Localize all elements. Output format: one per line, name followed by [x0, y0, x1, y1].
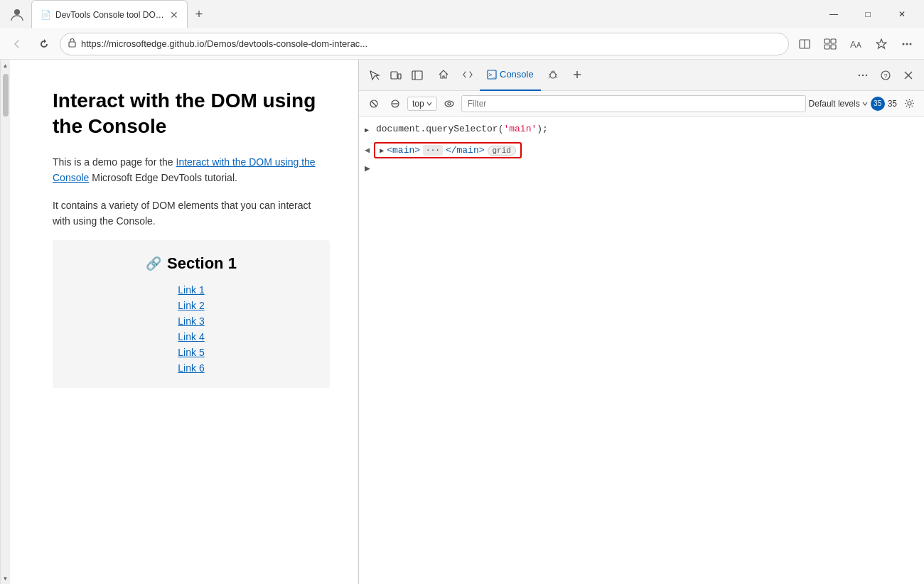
default-levels-label: Default levels	[809, 99, 860, 109]
svg-line-23	[556, 77, 557, 77]
sidebar-toggle-button[interactable]	[407, 65, 427, 85]
devtools-more-button[interactable]	[853, 65, 873, 85]
svg-text:?: ?	[884, 72, 888, 80]
svg-point-37	[445, 101, 453, 107]
dom-expand-triangle[interactable]: ▶	[380, 146, 384, 155]
dom-ellipsis-button[interactable]: ···	[423, 145, 443, 156]
reload-button[interactable]	[33, 33, 55, 55]
section-link-2[interactable]: Link 2	[74, 300, 308, 311]
url-text: https://microsoftedge.github.io/Demos/de…	[81, 38, 781, 49]
log-levels-button[interactable]: Default levels	[809, 99, 868, 109]
svg-line-34	[372, 102, 376, 106]
devtools-close-button[interactable]	[898, 65, 918, 85]
devtools-tab-home[interactable]	[431, 60, 456, 91]
scroll-down-arrow[interactable]: ▼	[1, 573, 11, 584]
console-input-line[interactable]: ▶	[359, 161, 924, 175]
svg-text:>_: >_	[489, 72, 496, 78]
devtools-tab-bug[interactable]	[541, 60, 565, 91]
devtools-tab-console[interactable]: >_ Console	[480, 60, 541, 91]
back-button[interactable]	[6, 33, 28, 55]
lock-icon	[68, 38, 77, 50]
grid-badge: grid	[488, 146, 516, 156]
read-aloud-button[interactable]: AA	[844, 33, 867, 55]
svg-point-12	[910, 43, 912, 45]
section-link-6[interactable]: Link 6	[74, 362, 308, 374]
svg-text:A: A	[850, 39, 856, 50]
svg-rect-15	[412, 71, 422, 80]
svg-text:A: A	[856, 41, 861, 49]
main-area: ▲ ▼ Interact with the DOM using the Cons…	[0, 60, 924, 584]
section-title: 🔗 Section 1	[74, 254, 308, 273]
svg-point-28	[866, 74, 867, 75]
address-bar[interactable]: https://microsoftedge.github.io/Demos/de…	[60, 33, 789, 55]
device-emulation-button[interactable]	[386, 65, 406, 85]
section-link-4[interactable]: Link 4	[74, 331, 308, 342]
svg-point-27	[862, 74, 864, 75]
query-code: document.querySelector('main');	[376, 124, 548, 134]
svg-rect-14	[398, 74, 401, 79]
svg-point-39	[908, 102, 911, 105]
eye-button[interactable]	[440, 94, 458, 113]
section-links: Link 1 Link 2 Link 3 Link 4 Link 5 Link …	[74, 284, 308, 374]
page-heading: Interact with the DOM using the Console	[53, 88, 330, 140]
close-button[interactable]: ✕	[886, 3, 918, 26]
browser-tab[interactable]: 📄 DevTools Console tool DOM inte ✕	[31, 0, 188, 28]
tab-bar: 📄 DevTools Console tool DOM inte ✕ +	[31, 0, 815, 28]
section-link-5[interactable]: Link 5	[74, 347, 308, 358]
scroll-thumb[interactable]	[3, 74, 9, 117]
scroll-up-arrow[interactable]: ▲	[1, 60, 11, 71]
section-link-3[interactable]: Link 3	[74, 315, 308, 327]
svg-line-22	[549, 77, 550, 77]
new-tab-button[interactable]: +	[188, 3, 210, 26]
devtools-tab-add[interactable]	[565, 60, 589, 91]
collections-button[interactable]	[819, 33, 842, 55]
svg-rect-5	[831, 39, 836, 43]
section-title-text: Section 1	[167, 254, 237, 273]
para1-suffix: Microsoft Edge DevTools tutorial.	[89, 172, 237, 183]
message-count: 35 35	[871, 97, 897, 111]
window-controls: — □ ✕	[817, 3, 918, 26]
console-filter-input[interactable]	[461, 95, 806, 112]
inspect-element-button[interactable]	[365, 65, 385, 85]
dom-tag-close: </main>	[446, 145, 485, 156]
svg-rect-7	[831, 45, 836, 49]
expand-chevron[interactable]: ▶	[365, 126, 372, 134]
devtools-right-controls: ?	[853, 65, 918, 85]
section-link-1[interactable]: Link 1	[74, 284, 308, 296]
console-output: ▶ document.querySelector('main'); ◀ ▶ <m…	[359, 117, 924, 584]
tab-favicon: 📄	[41, 10, 51, 20]
split-screen-button[interactable]	[793, 33, 816, 55]
nav-bar: https://microsoftedge.github.io/Demos/de…	[0, 28, 924, 60]
tab-title: DevTools Console tool DOM inte	[55, 10, 166, 20]
console-query-line: ▶ document.querySelector('main');	[359, 122, 924, 139]
favorites-button[interactable]	[870, 33, 893, 55]
clear-console-button[interactable]	[365, 94, 383, 113]
tab-close-button[interactable]: ✕	[170, 9, 178, 21]
no-entry-button[interactable]	[386, 94, 404, 113]
devtools-help-button[interactable]: ?	[876, 65, 896, 85]
caret-symbol: ▶	[365, 163, 370, 174]
top-label: top	[412, 99, 424, 109]
minimize-button[interactable]: —	[817, 3, 850, 26]
svg-rect-1	[69, 42, 75, 47]
devtools-toolbar: >_ Console ?	[359, 60, 924, 91]
svg-point-26	[859, 74, 860, 75]
svg-point-0	[14, 9, 20, 15]
section-box: 🔗 Section 1 Link 1 Link 2 Link 3 Link 4 …	[53, 240, 330, 388]
svg-point-10	[903, 43, 905, 45]
page-scrollbar[interactable]: ▲ ▼	[0, 60, 10, 584]
chain-icon: 🔗	[146, 256, 161, 271]
dom-result-highlighted: ▶ <main> ··· </main> grid	[374, 142, 522, 158]
more-button[interactable]	[896, 33, 918, 55]
maximize-button[interactable]: □	[852, 3, 884, 26]
para1-prefix: This is a demo page for the	[53, 156, 176, 168]
message-badge: 35	[871, 97, 885, 111]
console-settings-button[interactable]	[900, 94, 918, 113]
webpage-content: Interact with the DOM using the Console …	[10, 60, 358, 584]
back-chevron[interactable]: ◀	[365, 145, 370, 156]
title-bar-left	[6, 3, 28, 26]
context-selector[interactable]: top	[407, 97, 437, 111]
profile-icon[interactable]	[6, 3, 28, 26]
devtools-tab-code[interactable]	[456, 60, 480, 91]
dom-result-line: ◀ ▶ <main> ··· </main> grid	[359, 139, 924, 161]
